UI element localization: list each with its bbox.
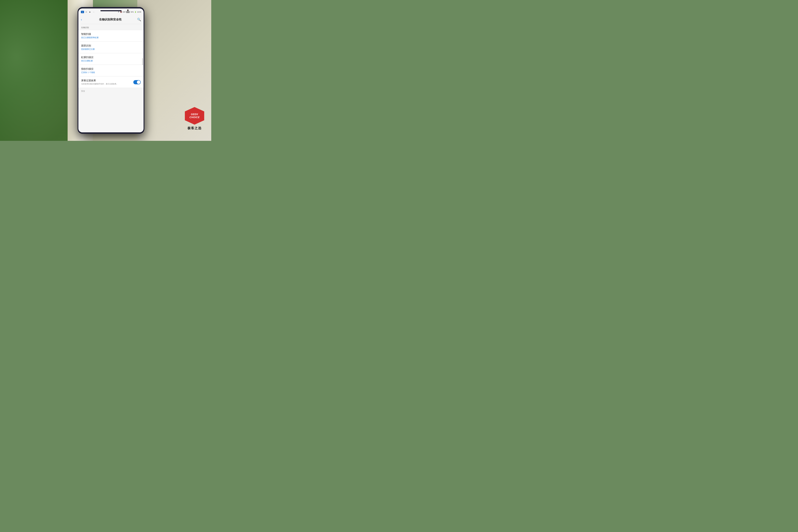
clock-status-icon: ⊙: [85, 11, 88, 13]
samsung-icon: S: [81, 11, 84, 13]
settings-content[interactable]: 生物识别 智能扫描 您已注册面部和虹膜 面部识别 您的面部已注册 虹膜扫描仪 您…: [78, 24, 144, 132]
app-bar: ‹ 生物识别和安全性 🔍: [78, 15, 144, 24]
setting-face-recognition[interactable]: 面部识别 您的面部已注册: [78, 42, 144, 53]
search-button[interactable]: 🔍: [137, 18, 141, 21]
transition-toggle[interactable]: [133, 80, 141, 84]
setting-iris-subtitle: 您已注册虹膜: [81, 59, 141, 62]
status-bar: S ⊙ ▶ ··· ✗ 🔇 WiFi ▌▌▌ 50% 🔋 16:59: [78, 9, 144, 15]
toggle-thumb: [137, 80, 140, 84]
setting-fingerprint-subtitle: 已添加 1 个指纹: [81, 71, 141, 74]
clock-time: 16:59: [137, 11, 141, 13]
setting-face-subtitle: 您的面部已注册: [81, 48, 141, 51]
scroll-indicator: [142, 58, 143, 65]
setting-smart-scan-subtitle: 您已注册面部和虹膜: [81, 36, 141, 39]
geek-choice-badge-text: GEEK CHOICE: [189, 113, 200, 119]
setting-screen-transition[interactable]: 屏幕过渡效果 当您使用生物识别解锁手机时，显示过渡效果。: [78, 77, 144, 88]
phone-speaker: [100, 10, 121, 11]
setting-transition-title: 屏幕过渡效果: [81, 79, 133, 82]
section-header-biometric: 生物识别: [78, 24, 144, 30]
status-bar-right: ✗ 🔇 WiFi ▌▌▌ 50% 🔋 16:59: [118, 11, 141, 13]
setting-transition-row: 屏幕过渡效果 当您使用生物识别解锁手机时，显示过渡效果。: [81, 79, 141, 85]
network-bars-icon: ▌▌▌: [127, 11, 130, 13]
setting-smart-scan[interactable]: 智能扫描 您已注册面部和虹膜: [78, 30, 144, 41]
geek-choice-badge: GEEK CHOICE: [185, 107, 204, 125]
airplane-icon: ✗: [118, 11, 119, 13]
setting-iris-scanner[interactable]: 虹膜扫描仪 您已注册虹膜: [78, 53, 144, 65]
setting-fingerprint-scanner[interactable]: 指纹扫描仪 已添加 1 个指纹: [78, 65, 144, 76]
phone-container: S ⊙ ▶ ··· ✗ 🔇 WiFi ▌▌▌ 50% 🔋 16:59 ‹: [77, 7, 144, 134]
geek-choice-logo: GEEK CHOICE 极客之选: [185, 107, 204, 130]
back-button[interactable]: ‹: [81, 18, 82, 21]
phone-body: S ⊙ ▶ ··· ✗ 🔇 WiFi ▌▌▌ 50% 🔋 16:59 ‹: [77, 7, 144, 134]
setting-fingerprint-title: 指纹扫描仪: [81, 68, 141, 71]
setting-iris-title: 虹膜扫描仪: [81, 56, 141, 59]
wifi-icon: WiFi: [123, 11, 126, 13]
page-title: 生物识别和安全性: [83, 18, 137, 21]
phone-screen: S ⊙ ▶ ··· ✗ 🔇 WiFi ▌▌▌ 50% 🔋 16:59 ‹: [78, 8, 144, 132]
battery-percent: 50%: [131, 11, 134, 13]
youtube-status-icon: ▶: [89, 11, 91, 13]
setting-smart-scan-title: 智能扫描: [81, 33, 141, 36]
section-label-security: 安全: [78, 88, 144, 93]
mute-icon: 🔇: [120, 11, 122, 13]
setting-transition-text: 屏幕过渡效果 当您使用生物识别解锁手机时，显示过渡效果。: [81, 79, 133, 85]
setting-face-title: 面部识别: [81, 44, 141, 48]
setting-transition-description: 当您使用生物识别解锁手机时，显示过渡效果。: [81, 83, 133, 85]
battery-icon: 🔋: [134, 11, 136, 13]
more-status-icon: ···: [92, 11, 95, 13]
status-bar-left: S ⊙ ▶ ···: [81, 11, 95, 13]
phone-camera: [127, 10, 129, 11]
geek-choice-subtitle: 极客之选: [188, 126, 202, 130]
